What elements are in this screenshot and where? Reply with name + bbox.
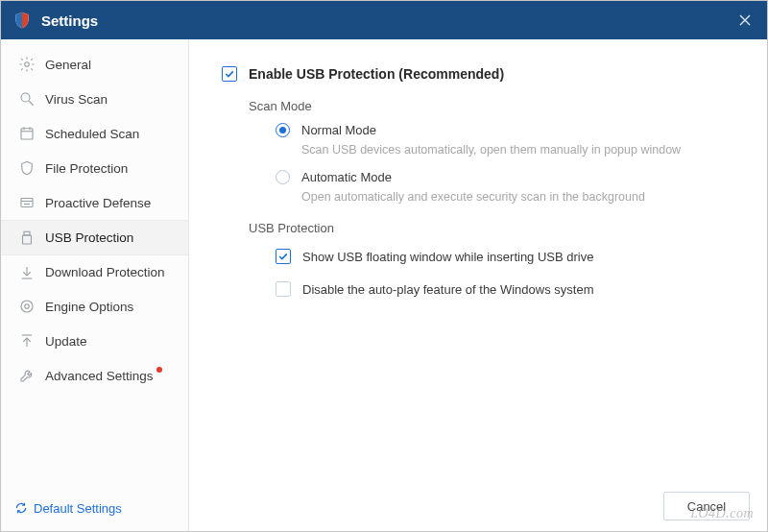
notification-dot-icon [156,367,162,373]
upload-icon [18,332,36,350]
app-shield-icon [12,11,32,30]
sidebar-item-general[interactable]: General [1,47,188,82]
enable-usb-row: Enable USB Protection (Recommended) [222,66,738,82]
automatic-mode-block: Automatic Mode Open automatically and ex… [276,170,738,204]
scan-mode-heading: Scan Mode [249,99,738,113]
normal-mode-desc: Scan USB devices automatically, open the… [301,143,738,157]
svg-rect-5 [21,129,33,139]
sidebar-item-label: Engine Options [45,300,133,314]
sidebar-item-label: Virus Scan [45,92,108,107]
bottom-bar: Cancel [189,481,767,531]
automatic-mode-row: Automatic Mode [276,170,738,184]
usb-protection-heading: USB Protection [249,221,738,235]
sidebar-item-advanced-settings[interactable]: Advanced Settings [1,358,188,393]
wrench-icon [18,367,36,384]
sidebar-item-update[interactable]: Update [1,324,188,358]
sidebar-list: General Virus Scan Scheduled Scan File P… [1,39,188,393]
svg-point-3 [21,93,30,102]
svg-rect-9 [21,199,33,207]
default-settings-label: Default Settings [34,501,122,516]
normal-mode-block: Normal Mode Scan USB devices automatical… [276,123,738,157]
search-icon [18,90,36,108]
sidebar-item-file-protection[interactable]: File Protection [1,151,188,185]
disable-autoplay-row: Disable the auto-play feature of the Win… [276,281,738,297]
show-floating-checkbox[interactable] [276,249,291,264]
sidebar-item-label: General [45,58,91,72]
download-icon [18,264,36,281]
sidebar-item-virus-scan[interactable]: Virus Scan [1,82,188,116]
calendar-icon [18,125,36,142]
disable-autoplay-label: Disable the auto-play feature of the Win… [302,282,593,297]
automatic-mode-desc: Open automatically and execute security … [301,190,738,204]
body: General Virus Scan Scheduled Scan File P… [1,39,767,531]
sidebar-item-scheduled-scan[interactable]: Scheduled Scan [1,116,188,151]
engine-icon [18,298,36,315]
usb-icon [18,230,36,247]
enable-usb-checkbox[interactable] [222,66,237,82]
automatic-mode-label: Automatic Mode [301,170,392,184]
sidebar-item-label: Download Protection [45,265,165,279]
automatic-mode-radio[interactable] [276,170,290,184]
cancel-button[interactable]: Cancel [663,492,750,520]
defense-icon [18,194,36,211]
enable-usb-label: Enable USB Protection (Recommended) [249,66,504,82]
normal-mode-label: Normal Mode [301,123,376,137]
sidebar-item-usb-protection[interactable]: USB Protection [1,220,188,254]
sidebar-item-label: USB Protection [45,230,133,245]
sidebar: General Virus Scan Scheduled Scan File P… [1,39,189,531]
svg-point-16 [21,301,33,312]
sidebar-item-label: Scheduled Scan [45,127,139,141]
normal-mode-row: Normal Mode [276,123,738,137]
sidebar-item-proactive-defense[interactable]: Proactive Defense [1,185,188,220]
show-floating-row: Show USB floating window while inserting… [276,249,738,264]
window-title: Settings [41,12,98,29]
sidebar-item-engine-options[interactable]: Engine Options [1,289,188,324]
svg-point-2 [25,62,30,67]
show-floating-label: Show USB floating window while inserting… [302,250,593,264]
content-panel: Enable USB Protection (Recommended) Scan… [189,39,767,531]
gear-icon [18,56,36,73]
disable-autoplay-checkbox[interactable] [276,281,291,297]
sidebar-item-download-protection[interactable]: Download Protection [1,254,188,289]
close-button[interactable] [723,1,767,39]
svg-rect-13 [23,235,32,244]
sidebar-item-label: File Protection [45,161,128,176]
titlebar: Settings [1,1,767,39]
svg-point-17 [25,304,30,309]
refresh-icon [14,501,28,515]
sidebar-item-label: Update [45,334,87,349]
default-settings-link[interactable]: Default Settings [14,501,122,516]
normal-mode-radio[interactable] [276,123,290,137]
sidebar-item-label: Proactive Defense [45,196,151,210]
settings-window: Settings General Virus Scan Scheduled Sc… [0,0,768,532]
sidebar-footer: Default Settings [1,485,188,531]
svg-line-4 [29,101,34,106]
shield-icon [18,159,36,177]
sidebar-item-label: Advanced Settings [45,369,154,383]
